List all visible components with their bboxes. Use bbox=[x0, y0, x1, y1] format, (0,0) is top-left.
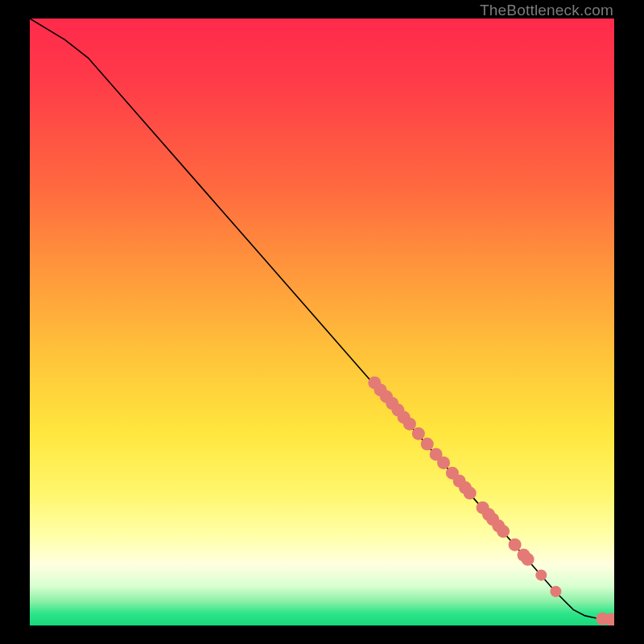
marker-layer bbox=[368, 376, 614, 625]
chart-curve bbox=[30, 19, 614, 620]
chart-marker bbox=[550, 586, 561, 597]
chart-marker bbox=[421, 438, 434, 451]
chart-marker bbox=[497, 525, 510, 538]
chart-marker bbox=[535, 569, 547, 580]
chart-svg bbox=[30, 19, 614, 625]
chart-marker bbox=[464, 487, 477, 500]
chart-marker bbox=[412, 427, 425, 440]
watermark-text: TheBottleneck.com bbox=[480, 2, 613, 19]
chart-marker bbox=[403, 418, 416, 431]
chart-marker bbox=[509, 539, 522, 551]
chart-marker bbox=[437, 456, 450, 469]
chart-marker bbox=[522, 553, 535, 566]
plot-area bbox=[30, 19, 614, 625]
chart-frame: TheBottleneck.com bbox=[0, 0, 644, 644]
